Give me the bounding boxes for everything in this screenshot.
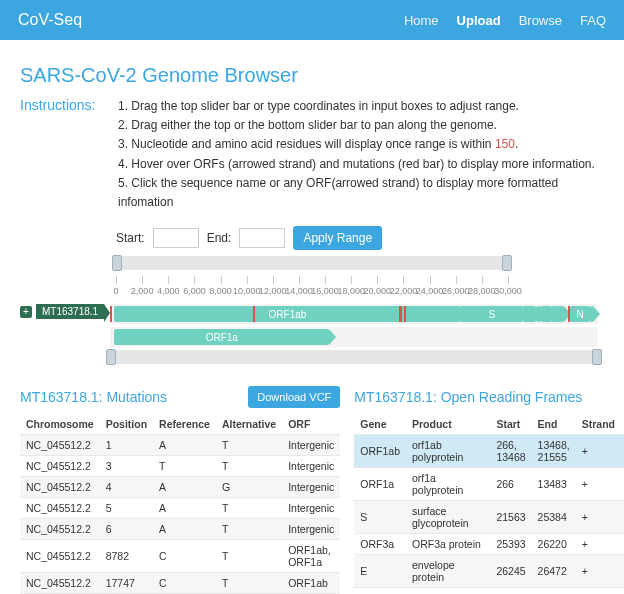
table-row[interactable]: ORF3aORF3a protein2539326220+1829No <box>354 534 624 555</box>
table-row[interactable]: NC_045512.21ATIntergenic <box>20 435 340 456</box>
nav-upload[interactable]: Upload <box>457 13 501 28</box>
instructions-label: Instructions: <box>20 97 106 212</box>
orf-track-2: ORF1a <box>110 327 598 347</box>
instruction-2: 2. Drag either the top or the bottom sli… <box>118 116 604 135</box>
orf-table: GeneProductStartEndStrandFrameRNA_length… <box>354 414 624 594</box>
end-label: End: <box>207 231 232 245</box>
orf-ORF1ab[interactable]: ORF1ab <box>114 306 460 322</box>
table-row[interactable]: NC_045512.24AGIntergenic <box>20 477 340 498</box>
col-start: Start <box>490 414 531 435</box>
nav-home[interactable]: Home <box>404 13 439 28</box>
table-row[interactable]: NC_045512.217747CTORF1ab <box>20 573 340 594</box>
bottom-slider[interactable] <box>110 350 598 364</box>
instruction-1: 1. Drag the top slider bar or type coord… <box>118 97 604 116</box>
table-row[interactable]: ORF1aborf1ab polyprotein266, 1346813468,… <box>354 435 624 468</box>
mutation-marker[interactable] <box>568 306 570 322</box>
end-input[interactable] <box>239 228 285 248</box>
top-slider[interactable] <box>116 256 508 270</box>
navbar: CoV-Seq HomeUploadBrowseFAQ <box>0 0 624 40</box>
orf-feature[interactable] <box>523 306 536 322</box>
instruction-3: 3. Nucleotide and amino acid residues wi… <box>118 135 604 154</box>
table-row[interactable]: Ssurface glycoprotein2156325384+23823No <box>354 501 624 534</box>
nav-links: HomeUploadBrowseFAQ <box>404 13 606 28</box>
mutation-marker[interactable] <box>253 306 255 322</box>
table-row[interactable]: NC_045512.23TTIntergenic <box>20 456 340 477</box>
nav-faq[interactable]: FAQ <box>580 13 606 28</box>
orf-feature[interactable] <box>591 306 593 322</box>
orf-N[interactable]: N <box>570 306 590 322</box>
orf-feature[interactable] <box>537 306 541 322</box>
nav-browse[interactable]: Browse <box>519 13 562 28</box>
range-controls: Start: End: Apply Range <box>116 226 604 250</box>
orf-panel: MT163718.1: Open Reading Frames Download… <box>354 386 624 594</box>
table-row[interactable]: NC_045512.26ATIntergenic <box>20 519 340 540</box>
col-reference: Reference <box>153 414 216 435</box>
instructions-list: 1. Drag the top slider bar or type coord… <box>118 97 604 212</box>
slider-handle-right[interactable] <box>502 255 512 271</box>
table-row[interactable]: NC_045512.28782CTORF1ab, ORF1a <box>20 540 340 573</box>
slider-handle-left[interactable] <box>112 255 122 271</box>
col-alternative: Alternative <box>216 414 282 435</box>
orf-track-1: ORF1abSN <box>110 304 598 324</box>
download-vcf-button[interactable]: Download VCF <box>248 386 340 408</box>
col-strand: Strand <box>576 414 621 435</box>
orf-feature[interactable] <box>552 306 563 322</box>
mutations-panel: MT163718.1: Mutations Download VCF Chrom… <box>20 386 340 594</box>
slider-handle-left[interactable] <box>106 349 116 365</box>
sequence-id-tag[interactable]: MT163718.1 <box>36 304 104 319</box>
col-end: End <box>532 414 576 435</box>
genome-ruler: 02,0004,0006,0008,00010,00012,00014,0001… <box>116 276 508 300</box>
expand-icon[interactable]: + <box>20 306 32 318</box>
mutation-marker[interactable] <box>110 306 112 322</box>
start-input[interactable] <box>153 228 199 248</box>
col-gene: Gene <box>354 414 406 435</box>
col-orf: ORF <box>282 414 340 435</box>
col-chromosome: Chromosome <box>20 414 100 435</box>
page-title: SARS-CoV-2 Genome Browser <box>20 64 604 87</box>
instruction-5: 5. Click the sequence name or any ORF(ar… <box>118 174 604 212</box>
orf-ORF1a[interactable]: ORF1a <box>114 329 329 345</box>
apply-range-button[interactable]: Apply Range <box>293 226 382 250</box>
orf-title: MT163718.1: Open Reading Frames <box>354 389 582 405</box>
instruction-4: 4. Hover over ORFs (arrowed strand) and … <box>118 155 604 174</box>
mutations-table: ChromosomePositionReferenceAlternativeOR… <box>20 414 340 594</box>
orf-S[interactable]: S <box>461 306 523 322</box>
orf-feature[interactable] <box>541 306 552 322</box>
mutations-title: MT163718.1: Mutations <box>20 389 167 405</box>
col-product: Product <box>406 414 490 435</box>
col-position: Position <box>100 414 153 435</box>
table-row[interactable]: NC_045512.25ATIntergenic <box>20 498 340 519</box>
slider-handle-right[interactable] <box>592 349 602 365</box>
brand[interactable]: CoV-Seq <box>18 11 82 29</box>
mutation-marker[interactable] <box>404 306 406 322</box>
table-row[interactable]: ORF1aorf1a polyprotein26613483+213219No <box>354 468 624 501</box>
mutation-marker[interactable] <box>400 306 402 322</box>
table-row[interactable]: Mmembrane glycoprotein2652327191+3670No <box>354 588 624 594</box>
sequence-tag-area: + MT163718.1 <box>20 304 110 319</box>
table-row[interactable]: Eenvelope protein2624526472+1229No <box>354 555 624 588</box>
start-label: Start: <box>116 231 145 245</box>
